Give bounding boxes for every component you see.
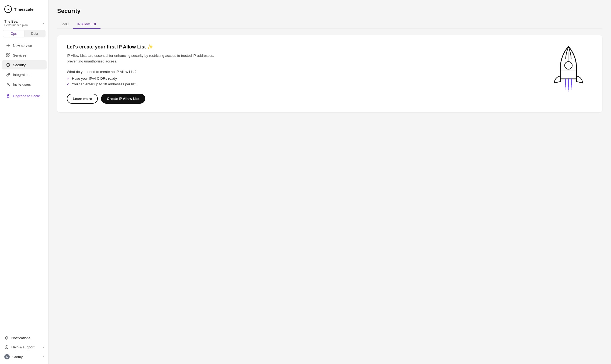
sidebar-item-security-label: Security (13, 63, 26, 67)
notifications-label: Notifications (11, 336, 30, 340)
card-actions: Learn more Create IP Allow List (67, 94, 228, 104)
user-icon (6, 82, 10, 86)
avatar: C (4, 354, 10, 359)
security-tabs: VPC IP Allow List (57, 20, 602, 29)
grid-icon (6, 53, 10, 57)
card-subtitle: What do you need to create an IP Allow L… (67, 70, 228, 74)
svg-point-9 (6, 348, 7, 348)
check-icon-2: ✓ (67, 82, 70, 86)
user-name: Carmy (12, 355, 23, 359)
tab-vpc[interactable]: VPC (57, 20, 73, 29)
user-chevron-icon: › (43, 355, 44, 359)
sidebar-item-integrations-label: Integrations (13, 73, 31, 77)
ops-data-tabs: Ops Data (3, 30, 46, 37)
ip-allow-list-card: Let's create your first IP Allow List ✨ … (57, 35, 602, 112)
create-ip-allow-list-button[interactable]: Create IP Allow List (101, 94, 145, 104)
sidebar-item-new-service-label: New service (13, 44, 32, 48)
tab-ops[interactable]: Ops (3, 30, 24, 37)
project-selector[interactable]: The Bear Performance plan › (0, 17, 48, 30)
sidebar-item-help[interactable]: Help & support › (0, 342, 48, 352)
bell-icon (4, 336, 9, 340)
main-content-area: Security VPC IP Allow List Let's create … (48, 0, 611, 364)
upgrade-label: Upgrade to Scale (13, 94, 40, 98)
timescale-logo-icon (4, 5, 12, 13)
svg-point-7 (8, 95, 9, 96)
rocket-svg (547, 44, 590, 92)
checklist-item-1: ✓ Have your IPv4 CIDRs ready (67, 76, 228, 80)
sidebar-item-invite-users-label: Invite users (13, 82, 31, 86)
card-title: Let's create your first IP Allow List ✨ (67, 44, 228, 50)
project-chevron-icon: › (43, 21, 44, 25)
sidebar-nav: New service Services Securit (0, 40, 48, 331)
sidebar-item-user[interactable]: C Carmy › (0, 352, 48, 362)
checklist-item-2: ✓ You can enter up to 10 addresses per l… (67, 82, 228, 86)
svg-rect-5 (9, 56, 10, 57)
svg-point-10 (565, 62, 572, 69)
help-icon (4, 345, 9, 349)
rocket-icon (6, 94, 10, 98)
svg-rect-2 (6, 54, 8, 55)
checklist: ✓ Have your IPv4 CIDRs ready ✓ You can e… (67, 76, 228, 86)
help-label: Help & support (11, 345, 34, 349)
shield-icon (6, 63, 10, 67)
svg-rect-3 (9, 54, 10, 55)
tab-ip-allow-list[interactable]: IP Allow List (73, 20, 100, 29)
link-icon (6, 72, 10, 77)
sidebar-item-upgrade[interactable]: Upgrade to Scale (2, 91, 47, 100)
plus-icon (6, 43, 10, 48)
sidebar-item-security[interactable]: Security (2, 60, 47, 69)
logo-text: Timescale (14, 7, 33, 12)
sidebar: Timescale The Bear Performance plan › Op… (0, 0, 48, 364)
sidebar-item-notifications[interactable]: Notifications (0, 333, 48, 342)
help-chevron-icon: › (43, 345, 44, 349)
sidebar-item-invite-users[interactable]: Invite users (2, 80, 47, 89)
rocket-illustration (544, 44, 593, 92)
project-plan: Performance plan (4, 23, 28, 27)
check-icon-1: ✓ (67, 76, 70, 80)
svg-point-6 (8, 83, 9, 84)
page-title: Security (57, 8, 602, 15)
tab-data[interactable]: Data (24, 30, 45, 37)
sidebar-item-services[interactable]: Services (2, 51, 47, 60)
svg-point-1 (8, 9, 9, 10)
sidebar-item-new-service[interactable]: New service (2, 41, 47, 50)
project-name: The Bear (4, 19, 28, 23)
sidebar-bottom: Notifications Help & support › C Carmy (0, 331, 48, 364)
sidebar-item-services-label: Services (13, 53, 26, 57)
card-description: IP Allow Lists are essential for enhanci… (67, 53, 228, 64)
logo: Timescale (0, 0, 48, 17)
learn-more-button[interactable]: Learn more (67, 94, 98, 104)
sidebar-item-integrations[interactable]: Integrations (2, 70, 47, 79)
svg-rect-4 (6, 56, 8, 57)
